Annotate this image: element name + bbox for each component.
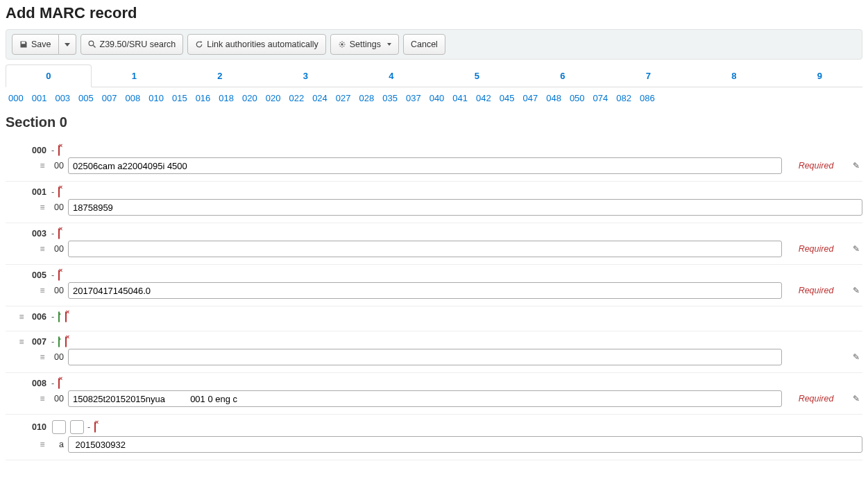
subfield-input[interactable] [68, 349, 782, 365]
subfield-input[interactable] [68, 241, 782, 257]
subtag-link-018[interactable]: 018 [219, 93, 234, 103]
delete-field-icon[interactable] [57, 187, 61, 197]
indicator-2[interactable] [70, 420, 84, 434]
edit-icon[interactable]: ✎ [850, 394, 862, 404]
subtag-link-020[interactable]: 020 [266, 93, 281, 103]
subtag-link-000[interactable]: 000 [8, 93, 24, 103]
subtag-link-007[interactable]: 007 [102, 93, 117, 103]
tab-section-5[interactable]: 5 [434, 64, 520, 87]
tab-section-8[interactable]: 8 [691, 64, 777, 87]
tab-section-0[interactable]: 0 [6, 64, 92, 87]
svg-point-2 [341, 43, 343, 45]
tag-number: 008 [32, 379, 49, 388]
subtag-link-003[interactable]: 003 [55, 93, 70, 103]
subtag-link-001[interactable]: 001 [32, 93, 47, 103]
subtag-link-005[interactable]: 005 [78, 93, 94, 103]
subtag-link-050[interactable]: 050 [570, 93, 585, 103]
subfield-input[interactable] [68, 390, 782, 407]
tab-section-9[interactable]: 9 [777, 64, 863, 87]
subfield-input[interactable] [68, 282, 782, 299]
subtag-link-037[interactable]: 037 [406, 93, 421, 103]
delete-field-icon[interactable] [57, 379, 61, 388]
edit-icon[interactable]: ✎ [850, 244, 862, 254]
subtag-link-042[interactable]: 042 [476, 93, 491, 103]
save-dropdown-toggle[interactable] [59, 34, 76, 55]
subtag-link-045[interactable]: 045 [500, 93, 515, 103]
subfield-row: ≡00✎ [39, 349, 862, 365]
tab-section-7[interactable]: 7 [606, 64, 692, 87]
subtag-link-041[interactable]: 041 [452, 93, 468, 103]
subtag-link-028[interactable]: 028 [359, 93, 375, 103]
subtag-link-082[interactable]: 082 [616, 93, 631, 103]
delete-field-icon[interactable] [57, 229, 61, 239]
drag-handle-icon[interactable]: ≡ [39, 286, 46, 295]
subtag-link-020[interactable]: 020 [242, 93, 257, 103]
subtag-link-074[interactable]: 074 [593, 93, 609, 103]
link-authorities-button[interactable]: Link authorities automatically [187, 34, 326, 55]
drag-handle-icon[interactable]: ≡ [39, 202, 46, 212]
repeat-icon-shape [58, 336, 60, 347]
required-label: Required [786, 161, 846, 171]
drag-handle-icon[interactable]: ≡ [18, 312, 25, 322]
tag-number: 010 [32, 422, 49, 432]
subtag-link-016[interactable]: 016 [196, 93, 211, 103]
subtag-link-008[interactable]: 008 [126, 93, 141, 103]
separator: - [51, 187, 54, 197]
z3950-search-button[interactable]: Z39.50/SRU search [80, 34, 184, 55]
tab-section-6[interactable]: 6 [520, 64, 606, 87]
subtag-link-048[interactable]: 048 [546, 93, 561, 103]
subfield-row: ≡00Required✎ [39, 282, 862, 299]
tab-section-4[interactable]: 4 [348, 64, 434, 87]
repeat-icon-shape [58, 311, 60, 322]
refresh-icon [195, 40, 203, 49]
repeat-field-icon[interactable] [57, 337, 61, 347]
settings-button[interactable]: Settings [330, 34, 399, 55]
field-header: 000- [32, 146, 862, 155]
subfield-code: 00 [50, 244, 64, 254]
drag-handle-icon[interactable]: ≡ [18, 337, 25, 347]
subfield-row: ≡00Required✎ [39, 241, 862, 257]
cancel-button[interactable]: Cancel [403, 34, 445, 55]
subtag-link-035[interactable]: 035 [382, 93, 398, 103]
subtag-link-027[interactable]: 027 [336, 93, 351, 103]
delete-field-icon[interactable] [93, 422, 97, 432]
edit-icon[interactable]: ✎ [850, 352, 862, 362]
drag-handle-icon[interactable]: ≡ [39, 440, 46, 449]
save-button[interactable]: Save [12, 34, 59, 55]
delete-field-icon[interactable] [64, 337, 68, 347]
repeat-field-icon[interactable] [57, 312, 61, 322]
separator: - [51, 229, 54, 239]
drag-handle-icon[interactable]: ≡ [39, 161, 46, 171]
subtag-link-040[interactable]: 040 [429, 93, 445, 103]
separator: - [51, 312, 54, 322]
delete-field-icon[interactable] [57, 270, 61, 280]
indicator-1[interactable] [52, 420, 66, 434]
delete-field-icon[interactable] [64, 312, 68, 322]
subtag-link-015[interactable]: 015 [172, 93, 187, 103]
field-header: ≡006- [32, 312, 862, 322]
section-title: Section 0 [6, 114, 862, 130]
separator: - [51, 270, 54, 280]
subtag-link-047[interactable]: 047 [522, 93, 538, 103]
subfield-input[interactable] [68, 199, 862, 216]
tab-section-1[interactable]: 1 [92, 64, 178, 87]
drag-handle-icon[interactable]: ≡ [39, 352, 46, 362]
field-003: 003-≡00Required✎ [6, 223, 862, 265]
drag-handle-icon[interactable]: ≡ [39, 244, 46, 254]
save-button-group: Save [12, 34, 76, 55]
tab-section-3[interactable]: 3 [263, 64, 349, 87]
subtag-link-086[interactable]: 086 [640, 93, 655, 103]
edit-icon[interactable]: ✎ [850, 286, 862, 295]
subfield-input[interactable] [68, 436, 862, 453]
edit-icon[interactable]: ✎ [850, 161, 862, 171]
subfield-row: ≡00Required✎ [39, 390, 862, 407]
delete-field-icon[interactable] [57, 146, 61, 155]
separator: - [51, 337, 54, 347]
drag-handle-icon[interactable]: ≡ [39, 394, 46, 404]
subtag-link-022[interactable]: 022 [289, 93, 304, 103]
subtag-link-024[interactable]: 024 [312, 93, 327, 103]
subfield-input[interactable] [68, 157, 782, 174]
tab-section-2[interactable]: 2 [177, 64, 263, 87]
subtag-link-010[interactable]: 010 [148, 93, 164, 103]
field-008: 008-≡00Required✎ [6, 373, 862, 415]
